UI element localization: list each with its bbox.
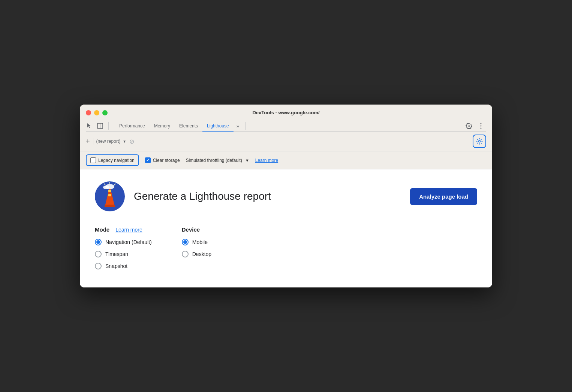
device-desktop-radio[interactable] (182, 251, 189, 257)
mode-snapshot-radio[interactable] (95, 263, 102, 269)
main-content: Generate a Lighthouse report Analyze pag… (80, 169, 492, 287)
mode-learn-more[interactable]: Learn more (115, 227, 142, 233)
tab-performance[interactable]: Performance (115, 121, 150, 132)
throttling-dropdown[interactable]: Simulated throttling (default) ▼ (186, 158, 249, 163)
title-bar: DevTools - www.google.com/ Performa (80, 105, 492, 132)
tab-icons (86, 122, 110, 130)
tab-lighthouse[interactable]: Lighthouse (202, 121, 234, 132)
device-header: Device (182, 226, 211, 233)
device-mobile-option[interactable]: Mobile (182, 239, 211, 245)
mode-navigation-option[interactable]: Navigation (Default) (95, 239, 152, 245)
mode-options: Navigation (Default) Timespan Snapshot (95, 239, 152, 269)
window-title: DevTools - www.google.com/ (252, 110, 319, 115)
device-desktop-option[interactable]: Desktop (182, 251, 211, 257)
mode-navigation-label: Navigation (Default) (105, 239, 152, 245)
legacy-navigation-group[interactable]: Legacy navigation (86, 154, 139, 166)
options-section: Mode Learn more Navigation (Default) Ti (95, 226, 477, 269)
device-mobile-label: Mobile (192, 239, 208, 245)
close-button[interactable] (86, 110, 91, 115)
report-block-icon: ⊘ (129, 138, 134, 145)
svg-rect-9 (108, 194, 111, 196)
options-bar: Legacy navigation Clear storage Simulate… (80, 151, 492, 169)
analyze-page-load-button[interactable]: Analyze page load (410, 188, 477, 205)
tab-memory[interactable]: Memory (150, 121, 175, 132)
svg-point-4 (481, 128, 482, 129)
add-report-button[interactable]: + (86, 138, 90, 145)
clear-storage-checkbox[interactable] (145, 157, 151, 163)
svg-point-2 (481, 123, 482, 124)
svg-rect-8 (108, 190, 111, 192)
throttling-label: Simulated throttling (default) (186, 158, 242, 163)
throttling-learn-more[interactable]: Learn more (255, 158, 278, 163)
report-bar: + (new report) ▼ ⊘ (80, 132, 492, 151)
mode-title: Mode (95, 226, 109, 233)
mode-timespan-radio[interactable] (95, 251, 102, 257)
device-desktop-label: Desktop (192, 251, 211, 257)
device-title: Device (182, 226, 200, 233)
dock-icon[interactable] (96, 122, 104, 130)
traffic-lights (86, 110, 108, 115)
hero-title: Generate a Lighthouse report (134, 190, 401, 202)
report-name: (new report) (96, 139, 121, 144)
legacy-navigation-checkbox[interactable] (90, 157, 96, 163)
lighthouse-logo (95, 181, 125, 211)
tab-elements[interactable]: Elements (175, 121, 202, 132)
tab-more[interactable]: » (234, 121, 242, 131)
devtools-window: DevTools - www.google.com/ Performa (80, 105, 492, 287)
svg-point-12 (103, 186, 109, 189)
clear-storage-group[interactable]: Clear storage (145, 157, 180, 163)
mode-group: Mode Learn more Navigation (Default) Ti (95, 226, 152, 269)
mode-timespan-label: Timespan (105, 251, 128, 257)
clear-storage-label: Clear storage (153, 158, 180, 163)
more-options-button[interactable] (476, 121, 486, 131)
mode-navigation-radio-fill (96, 240, 100, 244)
legacy-navigation-label: Legacy navigation (98, 158, 135, 163)
svg-point-3 (481, 126, 482, 127)
mode-snapshot-option[interactable]: Snapshot (95, 263, 152, 269)
device-mobile-radio[interactable] (182, 239, 189, 245)
maximize-button[interactable] (102, 110, 108, 115)
report-selector[interactable]: (new report) ▼ (96, 139, 127, 144)
tab-divider-right (245, 122, 246, 130)
svg-rect-10 (105, 205, 115, 207)
report-dropdown-icon: ▼ (123, 139, 126, 144)
svg-rect-1 (100, 123, 100, 129)
hero-section: Generate a Lighthouse report Analyze pag… (95, 181, 477, 211)
device-mobile-radio-fill (183, 240, 187, 244)
mode-header: Mode Learn more (95, 226, 152, 233)
report-bar-right (473, 135, 486, 148)
lighthouse-settings-button[interactable] (473, 135, 486, 148)
device-group: Device Mobile Desktop (182, 226, 211, 269)
mode-snapshot-label: Snapshot (105, 263, 127, 269)
tab-divider (108, 122, 109, 130)
report-sep (93, 138, 93, 145)
svg-point-5 (479, 141, 481, 142)
devtools-tabs: Performance Memory Elements Lighthouse » (86, 118, 486, 132)
mode-navigation-radio[interactable] (95, 239, 102, 245)
cursor-icon[interactable] (86, 122, 93, 130)
minimize-button[interactable] (94, 110, 99, 115)
device-options: Mobile Desktop (182, 239, 211, 257)
tab-actions (464, 121, 486, 131)
settings-gear-button[interactable] (464, 121, 474, 131)
mode-timespan-option[interactable]: Timespan (95, 251, 152, 257)
